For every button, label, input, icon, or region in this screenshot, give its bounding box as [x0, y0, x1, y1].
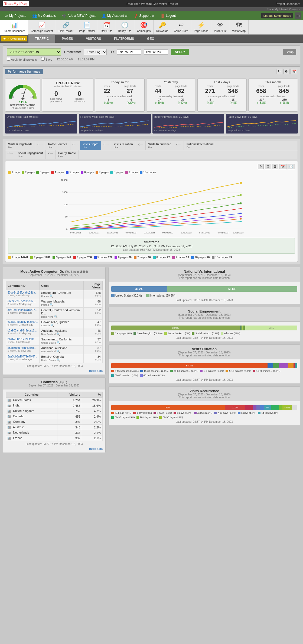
nav-my-account[interactable]: 👤 My Account ⊕	[99, 11, 130, 20]
most-active-header: Most Active Computer IDs (Top 8 from 155…	[3, 267, 105, 279]
arrow-btn-2[interactable]: <---	[70, 141, 80, 150]
toolbar-came-from[interactable]: ↩ Came From	[171, 20, 191, 34]
most-active-more-link[interactable]: more data	[89, 369, 103, 372]
recurrence-bar: 61% 10.9% 4% 4.5%	[111, 405, 297, 410]
arrow-btn-4[interactable]: <---	[136, 141, 146, 150]
city-secondary: United States 🔍	[41, 358, 82, 362]
flag-icon: 🔍	[8, 405, 11, 407]
computer-id-value[interactable]: a961aaf448ac7a1ce7b...	[8, 308, 38, 311]
toolbar-hourly-hits[interactable]: 🕐 Hourly Hits	[115, 20, 134, 34]
sub-tab-visits-recurrence[interactable]: Visits Recurrence Pie	[146, 141, 174, 150]
country-pct: 2.1%	[82, 430, 103, 435]
refresh-btn[interactable]: ↻	[276, 69, 282, 74]
national-us-bar: 30.2%	[111, 286, 167, 292]
projects-icon: 🗂	[4, 14, 8, 18]
toolbar-visitor-map[interactable]: 🗺 Visitor Map	[229, 20, 249, 34]
duration-header: Visits Duration (September 07, 2021 - De…	[109, 345, 300, 359]
tab-geo[interactable]: GEO	[141, 35, 161, 43]
svg-text:12/30/2021: 12/30/2021	[107, 232, 118, 234]
list-item: 🔍 Canada 456 2.9%	[6, 414, 103, 419]
arrow-btn-7[interactable]: <---	[46, 150, 56, 159]
arrow-btn-5[interactable]: <---	[174, 141, 184, 150]
tab-pages[interactable]: PAGES	[55, 35, 79, 43]
chart-export-btn[interactable]: ⊞	[272, 164, 278, 169]
svg-text:30: 30	[12, 96, 15, 98]
national-updated: Last updated: 03:37:14 PM December 18, 2…	[111, 299, 297, 302]
toolbar-page-tracker[interactable]: 📄 Page Tracker	[76, 20, 98, 34]
flag-icon: 🔍	[8, 421, 11, 424]
setup-button[interactable]: Setup	[283, 49, 296, 55]
sub-tab-visits-pageloads[interactable]: Visits & Pageloads Bar	[5, 141, 35, 150]
save-checkbox[interactable]	[41, 57, 45, 61]
toolbar-keywords[interactable]: 🔑 Keywords	[154, 20, 171, 34]
apply-all-checkbox[interactable]	[7, 57, 10, 61]
arrow-btn-6[interactable]: <---	[5, 150, 15, 159]
computer-id-value[interactable]: bbf82c98a79c995fa31...	[8, 338, 38, 341]
tab-traffic[interactable]: TRAFFIC	[28, 35, 55, 43]
legend-dot-10pages	[140, 171, 142, 174]
apply-all-label[interactable]: Apply to all projects	[7, 57, 37, 61]
toolbar-campaign-tracker[interactable]: 📈 Campaign Tracker	[28, 20, 56, 34]
svg-point-31	[240, 216, 242, 217]
computer-id-value[interactable]: 634ad7be9f1d7483360...	[8, 320, 38, 323]
sub-tab-social-engagement[interactable]: Social Engagement Line	[15, 150, 46, 159]
chart-settings-btn[interactable]: ⚙	[265, 164, 271, 169]
pro-info-icon[interactable]: ℹ	[24, 37, 25, 40]
timeframe-info-range: 12:00:00 AM July 01, 2021 - 11:59:59 PM …	[11, 245, 292, 248]
data-dot-6pages	[115, 256, 117, 259]
computer-id-value[interactable]: eb89c72f9772ef52cfc...	[8, 300, 38, 303]
toolbar-daily-hits[interactable]: 📅 Daily Hits	[98, 20, 115, 34]
recurrence-labels: 24 hours (61%) 1 day (10.9%) 5 days (5.1…	[111, 412, 297, 419]
toolbar-link-tracker[interactable]: 🔗 Link Tracker	[56, 20, 76, 34]
page-views-val: 34	[85, 355, 101, 358]
nav-my-contacts[interactable]: 👥 My Contacts	[30, 11, 59, 20]
calendar-btn[interactable]: 📅	[291, 69, 298, 74]
start-date-input[interactable]	[117, 49, 141, 55]
computer-id-value[interactable]: c3a903a4a9543ece11...	[8, 329, 38, 332]
apply-button[interactable]: APPLY	[171, 49, 189, 55]
nav-add-project[interactable]: ➕ Add a NEW Project	[59, 11, 98, 20]
computer-id-value[interactable]: a5ab8f1ff176b140e8b...	[8, 346, 38, 349]
settings-btn[interactable]: ⚙	[283, 69, 289, 74]
flag-icon: 🔍	[8, 432, 11, 434]
sub-tab-national-intl[interactable]: National/International Bar	[184, 141, 217, 150]
end-date-input[interactable]	[144, 49, 168, 55]
toolbar-visitor-list[interactable]: 👁 Visitor List	[211, 20, 229, 34]
sub-tab-visits-duration[interactable]: Visits Duration Line	[111, 141, 136, 150]
grid-icon[interactable]: ⊞	[295, 12, 301, 19]
data-legend-2pages: 2 pages 1286	[30, 256, 50, 259]
timeframe-select[interactable]: Entire Log	[84, 49, 107, 55]
computer-id-value[interactable]: 83dc64168fc4a8c24ba...	[8, 291, 38, 294]
country-name: Australia	[13, 425, 24, 429]
nav-support[interactable]: ❓ Support ⊕	[131, 11, 157, 20]
link-icon: 🔗	[62, 22, 70, 29]
sub-tab-visits-depth[interactable]: Visits Depth Line	[80, 141, 102, 150]
computer-id-meta: 1 year, 2 months ago	[8, 294, 38, 297]
toolbar-campaigns[interactable]: 🎯 Campaigns	[134, 20, 154, 34]
national-intl-bar: 69.8%	[167, 286, 297, 292]
most-active-more: more data	[6, 369, 103, 372]
nav-my-projects[interactable]: 🗂 My Projects	[2, 11, 29, 20]
chart-calendar-btn[interactable]: 📅	[279, 164, 286, 169]
countries-more-link[interactable]: more data	[89, 447, 103, 450]
arrow-btn-3[interactable]: <---	[101, 141, 111, 150]
chart-refresh-btn[interactable]: ↻	[258, 164, 264, 169]
tab-visitors[interactable]: VISITORS	[79, 35, 107, 43]
nav-logout[interactable]: 🚪 Logout	[158, 11, 179, 20]
toolbar-page-loads[interactable]: ⚡ Page Loads	[191, 20, 211, 34]
toolbar-project-dashboard[interactable]: 📊 Project Dashboard	[0, 20, 28, 35]
recurrence-updated: Last updated: 03:37:14 PM December 18, 2…	[111, 420, 297, 423]
sub-tab-hourly-traffic[interactable]: Hourly Traffic Line	[56, 150, 79, 159]
section-tools: ↻ ⚙ 📅	[276, 69, 298, 74]
chart-clock-btn[interactable]: 🕐	[288, 164, 295, 169]
sub-tab-traffic-sources[interactable]: Traffic Sources Line	[45, 141, 70, 150]
tab-platforms[interactable]: PLATFORMS	[107, 35, 141, 43]
dur-seg-5	[288, 363, 294, 368]
save-label[interactable]: Save	[41, 57, 52, 61]
project-select[interactable]: AIP Cart Checkouts	[7, 48, 61, 56]
social-seg-search	[240, 326, 242, 330]
arrow-btn-1[interactable]: <---	[35, 141, 45, 150]
rec-label-4: 3 days (2.6%)	[174, 412, 192, 414]
countries-table: Countries Visitors % 🔍 United States 4,7…	[6, 392, 103, 441]
computer-id-value[interactable]: 3ae3db8a10472e49f6f...	[8, 355, 38, 358]
